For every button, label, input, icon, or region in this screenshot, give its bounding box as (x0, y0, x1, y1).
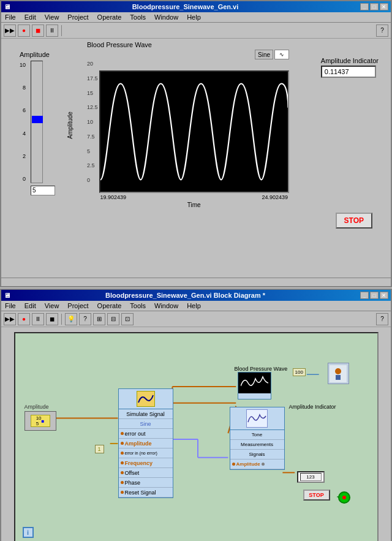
slider-value[interactable]: 5 (31, 186, 55, 195)
amp-indicator-label: Amplitude Indicator (321, 57, 379, 64)
port-tone-amplitude (232, 463, 235, 466)
wave-icon: ∿ (274, 50, 289, 59)
chart-main: 19.902439 24.902439 Time (99, 61, 289, 208)
bd-amplitude-label: Amplitude (24, 404, 56, 410)
toolbar-sep-1 (61, 25, 62, 36)
menu-help-1[interactable]: Help (184, 13, 203, 21)
menu-help-2[interactable]: Help (184, 301, 203, 310)
bd-amplitude-ctrl-block[interactable]: 105■ (24, 411, 56, 431)
resize-btn[interactable]: ⊡ (121, 313, 134, 325)
menu-edit-1[interactable]: Edit (22, 13, 39, 21)
x-labels: 19.902439 24.902439 (99, 194, 289, 200)
amplitude-label: Amplitude (20, 51, 55, 58)
close-btn-2[interactable]: ✕ (380, 292, 388, 299)
sim-icon (137, 391, 155, 407)
context-help-btn[interactable]: ? (79, 313, 91, 325)
distribute-btn[interactable]: ⊟ (107, 313, 119, 325)
menu-view-1[interactable]: View (42, 13, 62, 21)
bd-amp-indicator-value: 123 (297, 471, 325, 483)
align-btn[interactable]: ⊞ (93, 313, 105, 325)
menu-project-1[interactable]: Project (65, 13, 91, 21)
menu-operate-1[interactable]: Operate (95, 13, 124, 21)
minimize-btn-2[interactable]: _ (360, 292, 369, 299)
block-diagram-window: 🖥 Bloodpressure_Sinewave_Gen.vi Block Di… (0, 289, 392, 541)
help-btn-1[interactable]: ? (376, 25, 388, 37)
close-btn-1[interactable]: ✕ (380, 3, 388, 10)
sim-row-error-out: error out (119, 429, 173, 439)
blood-pressure-chart: Blood Pressure Wave Sine ∿ Amplitude 20 … (87, 51, 289, 198)
stop-btn-2[interactable]: ◼ (46, 313, 58, 325)
chart-with-axis: Amplitude 20 17.5 15 12.5 10 7.5 5 2.5 0 (87, 61, 289, 208)
menu-file-1[interactable]: File (2, 13, 18, 21)
y-axis-labels: 20 17.5 15 12.5 10 7.5 5 2.5 0 (87, 61, 98, 183)
maximize-btn-1[interactable]: □ (370, 3, 379, 10)
sim-row-phase: Phase (119, 478, 173, 488)
port-error-out (121, 432, 124, 435)
bd-canvas: Amplitude 105■ 1 (14, 332, 379, 541)
chart-area (99, 70, 289, 193)
menu-view-2[interactable]: View (42, 301, 62, 310)
sine-selector-btn[interactable]: Sine (255, 50, 273, 59)
menu-tools-2[interactable]: Tools (127, 301, 148, 310)
y-axis-label: Amplitude (67, 112, 74, 138)
menu-operate-2[interactable]: Operate (95, 301, 124, 310)
menu-tools-1[interactable]: Tools (127, 13, 148, 21)
x-max-label: 24.902439 (262, 194, 288, 200)
minimize-btn-1[interactable]: _ (360, 3, 369, 10)
menu-edit-2[interactable]: Edit (22, 301, 39, 310)
x-min-label: 19.902439 (100, 194, 127, 200)
front-panel-window: 🖥 Bloodpressure_Sinewave_Gen.vi _ □ ✕ Fi… (0, 0, 392, 287)
bd-stop-control[interactable]: STOP (303, 490, 330, 501)
run-arrows-btn[interactable]: ▶▶ (4, 25, 16, 37)
stop-button[interactable]: STOP (336, 213, 372, 229)
svg-rect-17 (336, 375, 341, 380)
help-btn-2[interactable]: ? (376, 313, 388, 325)
tone-rows: Tone Measurements Signals Amplitude (230, 430, 284, 469)
h-scrollbar-1[interactable] (1, 278, 391, 286)
sim-row-sine: Sine (119, 419, 173, 429)
sim-row-reset: Reset Signal (119, 488, 173, 497)
run-btn[interactable]: ◼ (32, 25, 44, 37)
sim-wave-icon (137, 392, 154, 406)
tone-row-label2: Measurements (230, 440, 284, 450)
slider-scale: 10 8 6 4 2 0 (20, 61, 26, 183)
chart-selector: Sine ∿ (255, 50, 289, 59)
menu-file-2[interactable]: File (2, 301, 18, 310)
toolbar-1: ▶▶ ● ◼ ⏸ ? (1, 23, 391, 39)
run-arrows-btn-2[interactable]: ▶▶ (4, 313, 16, 325)
port-reset (121, 491, 124, 494)
simulate-signal-block[interactable]: Simulate Signal Sine error out Amplitude (118, 388, 173, 498)
title-bar-1: 🖥 Bloodpressure_Sinewave_Gen.vi _ □ ✕ (1, 1, 391, 12)
block-diagram-content: Amplitude 105■ 1 (1, 327, 391, 541)
stop-circle-btn[interactable]: ● (18, 25, 30, 37)
bd-icon-svg (330, 365, 347, 382)
wire-connections (15, 333, 377, 541)
amplitude-slider[interactable] (31, 61, 43, 183)
amp-indicator-value: 0.11437 (321, 66, 376, 78)
menu-window-2[interactable]: Window (152, 301, 181, 310)
slider-track-container: 5 (31, 61, 55, 195)
pause-btn-2[interactable]: ⏸ (32, 313, 44, 325)
pause-btn[interactable]: ⏸ (46, 25, 58, 37)
bd-num-100: 100 (293, 368, 306, 376)
sim-row-frequency: Frequency (119, 458, 173, 468)
frequency-constant: 1 (95, 445, 104, 453)
menu-window-1[interactable]: Window (152, 13, 181, 21)
slider-thumb[interactable] (32, 116, 43, 123)
menu-bar-1: File Edit View Project Operate Tools Win… (1, 12, 391, 23)
menu-project-2[interactable]: Project (65, 301, 91, 310)
sim-header (119, 389, 173, 409)
maximize-btn-2[interactable]: □ (370, 292, 379, 299)
lightbulb-btn[interactable]: 💡 (65, 313, 77, 325)
bd-waveform-display[interactable] (238, 372, 271, 399)
port-tone-amplitude-out (262, 463, 265, 466)
run-btn-2[interactable]: ● (18, 313, 30, 325)
bd-amplitude-control: Amplitude 105■ (24, 404, 56, 431)
sim-row-label-name: Simulate Signal (119, 409, 173, 419)
tone-measurements-block[interactable]: Tone Measurements Signals Amplitude (230, 407, 285, 470)
menu-bar-2: File Edit View Project Operate Tools Win… (1, 301, 391, 311)
bd-chart-svg (241, 374, 268, 392)
toolbar-2: ▶▶ ● ⏸ ◼ 💡 ? ⊞ ⊟ ⊡ ? (1, 311, 391, 327)
port-error-in (121, 452, 124, 455)
amplitude-indicator: Amplitude Indicator 0.11437 (321, 57, 379, 78)
